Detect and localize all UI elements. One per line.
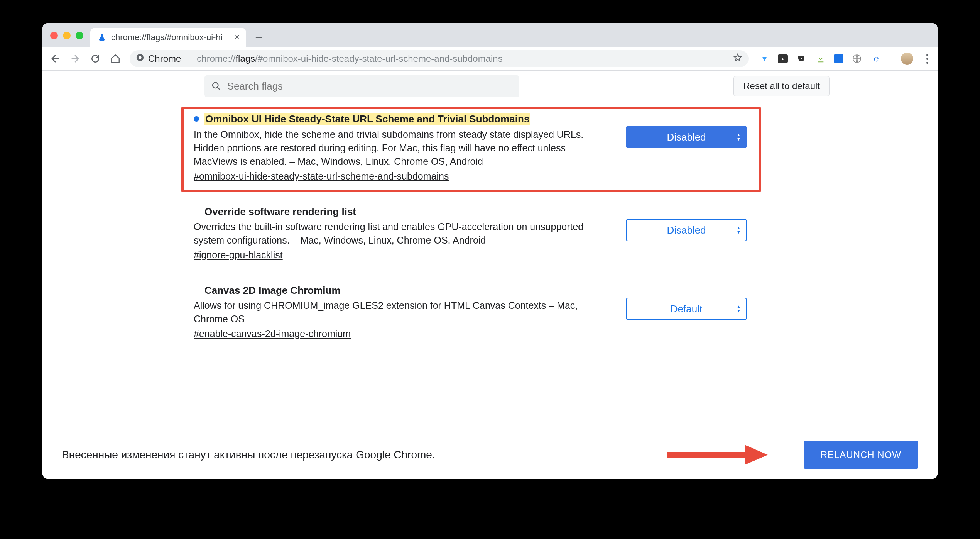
flag-description: Overrides the built-in software renderin… <box>194 220 610 247</box>
window-controls <box>50 32 83 39</box>
reset-all-button[interactable]: Reset all to default <box>733 76 830 96</box>
select-arrows-icon: ▲▼ <box>737 133 741 141</box>
extension-icon[interactable]: ℮ <box>870 53 882 64</box>
download-icon[interactable] <box>815 53 826 64</box>
omnibox-divider <box>189 54 189 64</box>
annotation-arrow <box>667 443 768 466</box>
flags-header: Reset all to default <box>42 71 938 102</box>
footer-message: Внесенные изменения станут активны после… <box>62 449 435 461</box>
security-label: Chrome <box>148 53 181 64</box>
flag-anchor-link[interactable]: #ignore-gpu-blacklist <box>194 249 283 261</box>
flag-select[interactable]: Disabled ▲▼ <box>626 219 747 241</box>
menu-button[interactable] <box>926 54 928 64</box>
flag-title: Omnibox UI Hide Steady-State URL Scheme … <box>204 113 530 125</box>
flag-select-value: Disabled <box>667 224 706 236</box>
extension-icon[interactable] <box>834 54 843 63</box>
flags-list: Omnibox UI Hide Steady-State URL Scheme … <box>42 102 938 353</box>
svg-marker-5 <box>745 445 768 465</box>
pocket-icon[interactable] <box>796 53 807 64</box>
flag-anchor-link[interactable]: #enable-canvas-2d-image-chromium <box>194 328 351 339</box>
url-text: chrome://flags/#omnibox-ui-hide-steady-s… <box>197 53 502 64</box>
extension-icon[interactable]: ▸ <box>778 54 788 63</box>
back-button[interactable] <box>49 53 61 64</box>
flask-icon <box>97 33 106 42</box>
bookmark-star-icon[interactable] <box>733 53 742 64</box>
flag-title: Canvas 2D Image Chromium <box>204 285 341 297</box>
flag-select[interactable]: Default ▲▼ <box>626 298 747 320</box>
flag-item: Canvas 2D Image Chromium Allows for usin… <box>194 274 761 353</box>
new-tab-button[interactable] <box>250 29 268 46</box>
flag-select[interactable]: Disabled ▲▼ <box>626 126 747 148</box>
flag-description: In the Omnibox, hide the scheme and triv… <box>194 128 610 168</box>
flag-title: Override software rendering list <box>204 206 356 218</box>
select-arrows-icon: ▲▼ <box>737 305 741 313</box>
chrome-icon <box>136 53 144 64</box>
search-flags-input[interactable] <box>226 80 512 93</box>
modified-dot-icon <box>194 116 199 122</box>
globe-icon[interactable] <box>851 53 863 64</box>
flag-description: Allows for using CHROMIUM_image GLES2 ex… <box>194 299 610 326</box>
tab-title: chrome://flags/#omnibox-ui-hi <box>111 32 229 42</box>
extension-divider <box>890 53 890 64</box>
home-button[interactable] <box>110 53 121 64</box>
reload-button[interactable] <box>90 53 101 64</box>
flag-anchor-link[interactable]: #omnibox-ui-hide-steady-state-url-scheme… <box>194 171 449 182</box>
flag-select-value: Default <box>671 303 702 315</box>
search-icon <box>211 81 221 91</box>
forward-button[interactable] <box>69 53 81 64</box>
relaunch-button[interactable]: RELAUNCH NOW <box>804 441 918 469</box>
flag-item: Omnibox UI Hide Steady-State URL Scheme … <box>194 102 761 195</box>
profile-avatar[interactable] <box>901 53 913 65</box>
extensions-area: ▾ ▸ ℮ <box>759 53 931 65</box>
browser-window: chrome://flags/#omnibox-ui-hi <box>42 23 938 479</box>
tab-close-button[interactable] <box>234 33 240 42</box>
select-arrows-icon: ▲▼ <box>737 226 741 234</box>
window-close-button[interactable] <box>50 32 58 39</box>
browser-tab[interactable]: chrome://flags/#omnibox-ui-hi <box>90 28 246 47</box>
extension-icon[interactable]: ▾ <box>759 53 770 64</box>
address-bar[interactable]: Chrome chrome://flags/#omnibox-ui-hide-s… <box>130 50 749 67</box>
window-minimize-button[interactable] <box>63 32 71 39</box>
flag-select-value: Disabled <box>667 131 706 143</box>
tab-strip: chrome://flags/#omnibox-ui-hi <box>42 23 938 47</box>
svg-point-1 <box>139 56 141 59</box>
window-maximize-button[interactable] <box>76 32 83 39</box>
flag-item: Override software rendering list Overrid… <box>194 195 761 274</box>
search-flags[interactable] <box>204 75 519 97</box>
relaunch-footer: Внесенные изменения станут активны после… <box>42 431 938 479</box>
toolbar: Chrome chrome://flags/#omnibox-ui-hide-s… <box>42 47 938 71</box>
